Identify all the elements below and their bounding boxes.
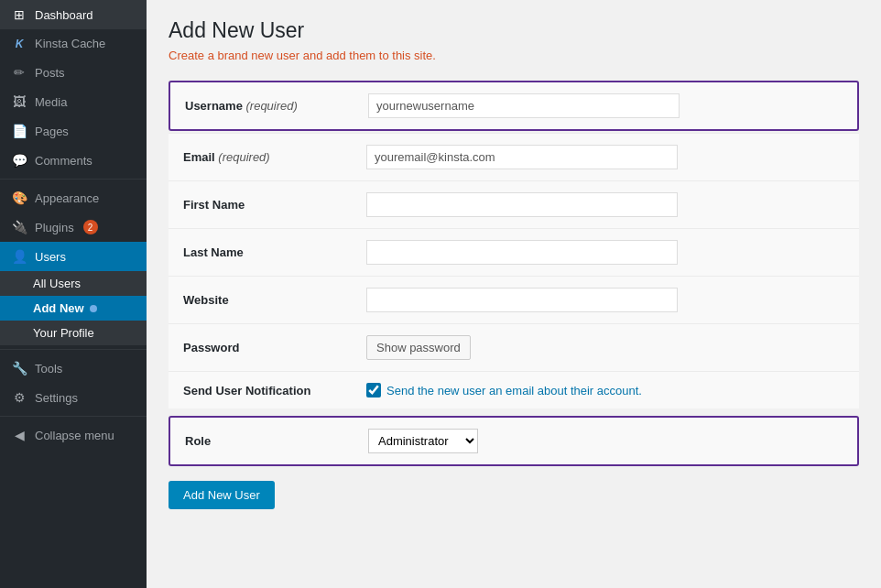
show-password-button[interactable]: Show password bbox=[366, 335, 471, 360]
firstname-section: First Name bbox=[169, 180, 859, 228]
email-label: Email (required) bbox=[183, 150, 366, 164]
sidebar-item-dashboard[interactable]: ⊞ Dashboard bbox=[0, 0, 147, 29]
plugins-badge: 2 bbox=[83, 220, 98, 234]
sidebar-label-tools: Tools bbox=[35, 362, 62, 376]
sidebar-label-plugins: Plugins bbox=[35, 221, 74, 234]
sidebar-sub-all-users[interactable]: All Users bbox=[0, 271, 147, 296]
main-content: Add New User Create a brand new user and… bbox=[147, 0, 881, 588]
notification-checkbox[interactable] bbox=[366, 383, 381, 397]
email-section: Email (required) bbox=[169, 133, 859, 180]
notification-section: Send User Notification Send the new user… bbox=[169, 371, 859, 408]
password-label: Password bbox=[183, 341, 366, 354]
sidebar-label-settings: Settings bbox=[35, 391, 78, 405]
sidebar-item-pages[interactable]: 📄 Pages bbox=[0, 116, 147, 146]
notification-field: Send the new user an email about their a… bbox=[366, 383, 844, 397]
plugins-icon: 🔌 bbox=[11, 220, 27, 234]
sidebar-label-comments: Comments bbox=[35, 154, 92, 168]
sidebar-item-users[interactable]: 👤 Users bbox=[0, 242, 147, 271]
sidebar-item-posts[interactable]: ✏ Posts bbox=[0, 58, 147, 87]
notification-label: Send User Notification bbox=[183, 384, 366, 397]
sidebar-item-tools[interactable]: 🔧 Tools bbox=[0, 354, 147, 383]
sidebar-label-posts: Posts bbox=[35, 66, 65, 80]
page-subtitle: Create a brand new user and add them to … bbox=[169, 49, 859, 62]
sidebar-label-media: Media bbox=[35, 95, 67, 109]
username-field bbox=[368, 93, 843, 118]
sidebar-label-pages: Pages bbox=[35, 125, 69, 138]
lastname-section: Last Name bbox=[169, 228, 859, 276]
role-field: Administrator Editor Author Contributor … bbox=[368, 429, 843, 453]
sidebar-item-media[interactable]: 🖼 Media bbox=[0, 87, 147, 116]
sidebar: ⊞ Dashboard K Kinsta Cache ✏ Posts 🖼 Med… bbox=[0, 0, 147, 588]
posts-icon: ✏ bbox=[11, 65, 27, 80]
website-label: Website bbox=[183, 293, 366, 307]
add-new-user-button[interactable]: Add New User bbox=[169, 481, 275, 509]
add-new-label: Add New bbox=[33, 301, 84, 315]
tools-icon: 🔧 bbox=[11, 361, 27, 376]
sidebar-label-appearance: Appearance bbox=[35, 191, 99, 205]
username-label: Username (required) bbox=[185, 99, 368, 113]
role-select[interactable]: Administrator Editor Author Contributor … bbox=[368, 429, 478, 453]
sidebar-label-kinsta: Kinsta Cache bbox=[35, 37, 105, 50]
website-field bbox=[366, 288, 844, 312]
add-new-dot bbox=[90, 305, 97, 312]
sidebar-item-kinsta-cache[interactable]: K Kinsta Cache bbox=[0, 29, 147, 58]
sidebar-label-dashboard: Dashboard bbox=[35, 8, 93, 22]
username-input[interactable] bbox=[368, 93, 680, 118]
role-section: Role Administrator Editor Author Contrib… bbox=[169, 416, 859, 466]
sidebar-item-plugins[interactable]: 🔌 Plugins 2 bbox=[0, 212, 147, 242]
password-section: Password Show password bbox=[169, 323, 859, 371]
role-label: Role bbox=[185, 434, 368, 448]
website-input[interactable] bbox=[366, 288, 678, 312]
divider3 bbox=[0, 416, 147, 417]
page-title: Add New User bbox=[169, 18, 859, 43]
media-icon: 🖼 bbox=[11, 94, 27, 109]
collapse-icon: ◀ bbox=[11, 428, 27, 442]
sidebar-label-users: Users bbox=[35, 250, 66, 264]
sidebar-label-collapse: Collapse menu bbox=[35, 429, 114, 442]
users-icon: 👤 bbox=[11, 249, 27, 264]
email-field bbox=[366, 145, 844, 169]
sidebar-sub-add-new[interactable]: Add New bbox=[0, 296, 147, 321]
dashboard-icon: ⊞ bbox=[11, 7, 27, 22]
website-section: Website bbox=[169, 276, 859, 323]
sidebar-item-comments[interactable]: 💬 Comments bbox=[0, 146, 147, 175]
lastname-label: Last Name bbox=[183, 245, 366, 259]
sidebar-item-settings[interactable]: ⚙ Settings bbox=[0, 383, 147, 412]
appearance-icon: 🎨 bbox=[11, 191, 27, 205]
pages-icon: 📄 bbox=[11, 124, 27, 138]
username-section: Username (required) bbox=[169, 81, 859, 131]
notification-text: Send the new user an email about their a… bbox=[386, 384, 642, 397]
kinsta-icon: K bbox=[11, 38, 27, 50]
firstname-field bbox=[366, 192, 844, 217]
users-submenu: All Users Add New Your Profile bbox=[0, 271, 147, 345]
lastname-input[interactable] bbox=[366, 240, 678, 265]
firstname-label: First Name bbox=[183, 198, 366, 212]
sidebar-item-collapse[interactable]: ◀ Collapse menu bbox=[0, 420, 147, 450]
comments-icon: 💬 bbox=[11, 153, 27, 168]
firstname-input[interactable] bbox=[366, 192, 678, 217]
sidebar-sub-your-profile[interactable]: Your Profile bbox=[0, 321, 147, 345]
sidebar-item-appearance[interactable]: 🎨 Appearance bbox=[0, 183, 147, 212]
lastname-field bbox=[366, 240, 844, 265]
settings-icon: ⚙ bbox=[11, 390, 27, 405]
email-input[interactable] bbox=[366, 145, 678, 169]
divider bbox=[0, 179, 147, 180]
divider2 bbox=[0, 349, 147, 350]
password-field: Show password bbox=[366, 335, 844, 360]
